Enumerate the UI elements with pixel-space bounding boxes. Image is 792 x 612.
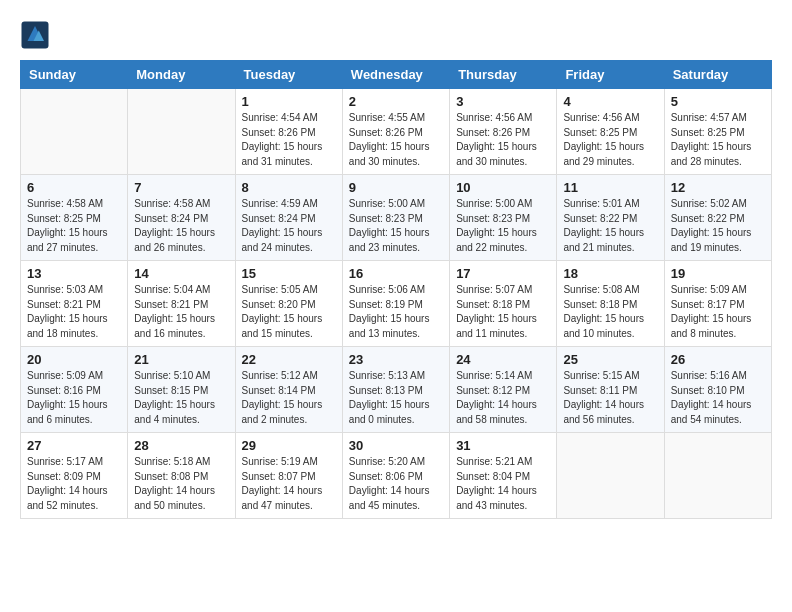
day-number: 15 [242, 266, 336, 281]
calendar-cell: 4Sunrise: 4:56 AM Sunset: 8:25 PM Daylig… [557, 89, 664, 175]
calendar-week-2: 6Sunrise: 4:58 AM Sunset: 8:25 PM Daylig… [21, 175, 772, 261]
day-number: 28 [134, 438, 228, 453]
day-number: 5 [671, 94, 765, 109]
day-number: 6 [27, 180, 121, 195]
day-number: 10 [456, 180, 550, 195]
day-info: Sunrise: 5:19 AM Sunset: 8:07 PM Dayligh… [242, 455, 336, 513]
day-number: 3 [456, 94, 550, 109]
day-number: 20 [27, 352, 121, 367]
weekday-header-thursday: Thursday [450, 61, 557, 89]
day-number: 8 [242, 180, 336, 195]
calendar-cell: 1Sunrise: 4:54 AM Sunset: 8:26 PM Daylig… [235, 89, 342, 175]
day-number: 19 [671, 266, 765, 281]
calendar-cell: 22Sunrise: 5:12 AM Sunset: 8:14 PM Dayli… [235, 347, 342, 433]
calendar-cell: 15Sunrise: 5:05 AM Sunset: 8:20 PM Dayli… [235, 261, 342, 347]
calendar-cell: 27Sunrise: 5:17 AM Sunset: 8:09 PM Dayli… [21, 433, 128, 519]
calendar-cell: 9Sunrise: 5:00 AM Sunset: 8:23 PM Daylig… [342, 175, 449, 261]
day-number: 7 [134, 180, 228, 195]
day-info: Sunrise: 4:58 AM Sunset: 8:24 PM Dayligh… [134, 197, 228, 255]
calendar-cell: 7Sunrise: 4:58 AM Sunset: 8:24 PM Daylig… [128, 175, 235, 261]
calendar-cell: 23Sunrise: 5:13 AM Sunset: 8:13 PM Dayli… [342, 347, 449, 433]
day-number: 16 [349, 266, 443, 281]
weekday-header-saturday: Saturday [664, 61, 771, 89]
day-info: Sunrise: 5:01 AM Sunset: 8:22 PM Dayligh… [563, 197, 657, 255]
day-number: 13 [27, 266, 121, 281]
calendar-cell: 13Sunrise: 5:03 AM Sunset: 8:21 PM Dayli… [21, 261, 128, 347]
day-info: Sunrise: 5:16 AM Sunset: 8:10 PM Dayligh… [671, 369, 765, 427]
calendar-cell: 19Sunrise: 5:09 AM Sunset: 8:17 PM Dayli… [664, 261, 771, 347]
calendar-cell: 28Sunrise: 5:18 AM Sunset: 8:08 PM Dayli… [128, 433, 235, 519]
day-info: Sunrise: 5:20 AM Sunset: 8:06 PM Dayligh… [349, 455, 443, 513]
day-info: Sunrise: 5:04 AM Sunset: 8:21 PM Dayligh… [134, 283, 228, 341]
day-info: Sunrise: 4:54 AM Sunset: 8:26 PM Dayligh… [242, 111, 336, 169]
calendar-week-1: 1Sunrise: 4:54 AM Sunset: 8:26 PM Daylig… [21, 89, 772, 175]
day-number: 25 [563, 352, 657, 367]
day-number: 24 [456, 352, 550, 367]
calendar-cell [664, 433, 771, 519]
day-number: 22 [242, 352, 336, 367]
day-number: 27 [27, 438, 121, 453]
day-info: Sunrise: 5:08 AM Sunset: 8:18 PM Dayligh… [563, 283, 657, 341]
calendar-cell: 11Sunrise: 5:01 AM Sunset: 8:22 PM Dayli… [557, 175, 664, 261]
day-number: 14 [134, 266, 228, 281]
day-info: Sunrise: 5:07 AM Sunset: 8:18 PM Dayligh… [456, 283, 550, 341]
calendar-table: SundayMondayTuesdayWednesdayThursdayFrid… [20, 60, 772, 519]
weekday-row: SundayMondayTuesdayWednesdayThursdayFrid… [21, 61, 772, 89]
day-info: Sunrise: 4:56 AM Sunset: 8:25 PM Dayligh… [563, 111, 657, 169]
weekday-header-sunday: Sunday [21, 61, 128, 89]
calendar-body: 1Sunrise: 4:54 AM Sunset: 8:26 PM Daylig… [21, 89, 772, 519]
day-info: Sunrise: 4:59 AM Sunset: 8:24 PM Dayligh… [242, 197, 336, 255]
calendar-cell: 25Sunrise: 5:15 AM Sunset: 8:11 PM Dayli… [557, 347, 664, 433]
day-number: 17 [456, 266, 550, 281]
calendar-cell: 30Sunrise: 5:20 AM Sunset: 8:06 PM Dayli… [342, 433, 449, 519]
calendar-cell: 18Sunrise: 5:08 AM Sunset: 8:18 PM Dayli… [557, 261, 664, 347]
calendar-cell: 5Sunrise: 4:57 AM Sunset: 8:25 PM Daylig… [664, 89, 771, 175]
logo [20, 20, 54, 50]
day-number: 30 [349, 438, 443, 453]
calendar-cell: 31Sunrise: 5:21 AM Sunset: 8:04 PM Dayli… [450, 433, 557, 519]
calendar-cell: 20Sunrise: 5:09 AM Sunset: 8:16 PM Dayli… [21, 347, 128, 433]
calendar-cell: 29Sunrise: 5:19 AM Sunset: 8:07 PM Dayli… [235, 433, 342, 519]
day-info: Sunrise: 5:13 AM Sunset: 8:13 PM Dayligh… [349, 369, 443, 427]
day-number: 23 [349, 352, 443, 367]
day-number: 2 [349, 94, 443, 109]
day-info: Sunrise: 5:02 AM Sunset: 8:22 PM Dayligh… [671, 197, 765, 255]
day-info: Sunrise: 4:56 AM Sunset: 8:26 PM Dayligh… [456, 111, 550, 169]
calendar-week-4: 20Sunrise: 5:09 AM Sunset: 8:16 PM Dayli… [21, 347, 772, 433]
day-info: Sunrise: 5:09 AM Sunset: 8:17 PM Dayligh… [671, 283, 765, 341]
day-info: Sunrise: 5:12 AM Sunset: 8:14 PM Dayligh… [242, 369, 336, 427]
day-number: 18 [563, 266, 657, 281]
calendar-cell: 6Sunrise: 4:58 AM Sunset: 8:25 PM Daylig… [21, 175, 128, 261]
day-number: 4 [563, 94, 657, 109]
calendar-cell: 17Sunrise: 5:07 AM Sunset: 8:18 PM Dayli… [450, 261, 557, 347]
day-info: Sunrise: 5:18 AM Sunset: 8:08 PM Dayligh… [134, 455, 228, 513]
day-info: Sunrise: 5:09 AM Sunset: 8:16 PM Dayligh… [27, 369, 121, 427]
calendar-cell [557, 433, 664, 519]
weekday-header-tuesday: Tuesday [235, 61, 342, 89]
calendar-cell: 24Sunrise: 5:14 AM Sunset: 8:12 PM Dayli… [450, 347, 557, 433]
day-number: 21 [134, 352, 228, 367]
day-info: Sunrise: 5:15 AM Sunset: 8:11 PM Dayligh… [563, 369, 657, 427]
weekday-header-friday: Friday [557, 61, 664, 89]
day-info: Sunrise: 4:57 AM Sunset: 8:25 PM Dayligh… [671, 111, 765, 169]
calendar-cell [128, 89, 235, 175]
day-info: Sunrise: 5:00 AM Sunset: 8:23 PM Dayligh… [349, 197, 443, 255]
day-number: 11 [563, 180, 657, 195]
day-info: Sunrise: 5:00 AM Sunset: 8:23 PM Dayligh… [456, 197, 550, 255]
calendar-header: SundayMondayTuesdayWednesdayThursdayFrid… [21, 61, 772, 89]
calendar-cell: 21Sunrise: 5:10 AM Sunset: 8:15 PM Dayli… [128, 347, 235, 433]
calendar-cell: 26Sunrise: 5:16 AM Sunset: 8:10 PM Dayli… [664, 347, 771, 433]
day-info: Sunrise: 5:05 AM Sunset: 8:20 PM Dayligh… [242, 283, 336, 341]
day-info: Sunrise: 5:06 AM Sunset: 8:19 PM Dayligh… [349, 283, 443, 341]
day-info: Sunrise: 5:14 AM Sunset: 8:12 PM Dayligh… [456, 369, 550, 427]
day-number: 12 [671, 180, 765, 195]
day-number: 31 [456, 438, 550, 453]
day-number: 1 [242, 94, 336, 109]
day-info: Sunrise: 5:10 AM Sunset: 8:15 PM Dayligh… [134, 369, 228, 427]
day-number: 29 [242, 438, 336, 453]
calendar-cell: 12Sunrise: 5:02 AM Sunset: 8:22 PM Dayli… [664, 175, 771, 261]
calendar-cell: 16Sunrise: 5:06 AM Sunset: 8:19 PM Dayli… [342, 261, 449, 347]
calendar-cell: 2Sunrise: 4:55 AM Sunset: 8:26 PM Daylig… [342, 89, 449, 175]
day-info: Sunrise: 5:17 AM Sunset: 8:09 PM Dayligh… [27, 455, 121, 513]
day-number: 26 [671, 352, 765, 367]
